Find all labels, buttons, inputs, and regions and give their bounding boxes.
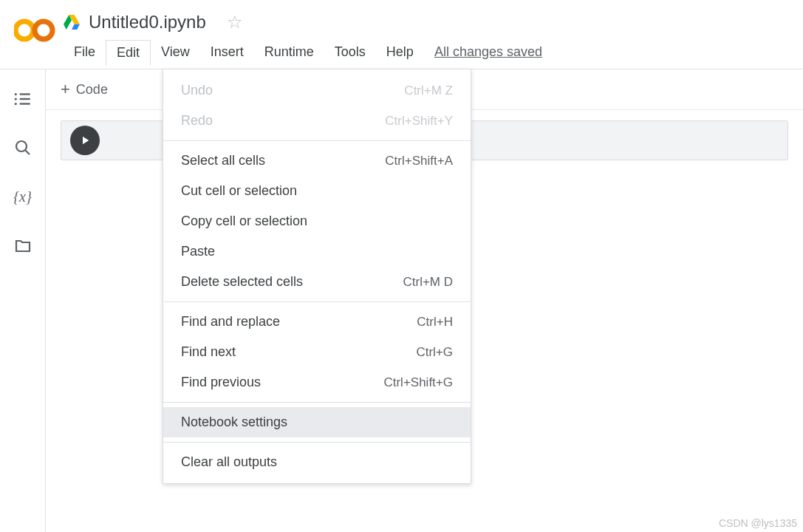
add-code-button[interactable]: + Code — [61, 80, 108, 99]
header: Untitled0.ipynb ☆ File Edit View Insert … — [0, 0, 803, 69]
files-icon[interactable] — [13, 235, 33, 256]
menu-clear-outputs[interactable]: Clear all outputs — [163, 447, 471, 477]
menu-view[interactable]: View — [151, 40, 200, 66]
menu-divider — [163, 402, 471, 403]
body: {x} + Code Undo Ctrl+M Z Redo — [0, 69, 803, 532]
svg-line-9 — [25, 150, 30, 154]
menu-divider — [163, 140, 471, 141]
menu-copy-cell[interactable]: Copy cell or selection — [163, 206, 471, 236]
menu-tools[interactable]: Tools — [324, 40, 376, 66]
menu-find-next[interactable]: Find next Ctrl+G — [163, 337, 471, 367]
menu-redo[interactable]: Redo Ctrl+Shift+Y — [163, 106, 471, 136]
menu-file[interactable]: File — [64, 40, 106, 66]
edit-menu-dropdown: Undo Ctrl+M Z Redo Ctrl+Shift+Y Select a… — [163, 69, 471, 484]
header-main: Untitled0.ipynb ☆ File Edit View Insert … — [64, 6, 803, 66]
save-status[interactable]: All changes saved — [424, 40, 553, 66]
menu-find-previous[interactable]: Find previous Ctrl+Shift+G — [163, 367, 471, 398]
menu-edit[interactable]: Edit — [106, 40, 151, 66]
main-column: + Code Undo Ctrl+M Z Redo Ctrl+Shift+Y S… — [46, 69, 803, 532]
svg-point-1 — [35, 21, 52, 39]
menu-redo-shortcut: Ctrl+Shift+Y — [385, 114, 453, 129]
add-code-label: Code — [76, 82, 108, 98]
toc-icon[interactable] — [13, 89, 33, 109]
menu-redo-label: Redo — [181, 113, 213, 129]
drive-icon — [64, 15, 80, 30]
menu-divider — [163, 442, 471, 443]
watermark: CSDN @lys1335 — [719, 517, 797, 529]
menu-divider — [163, 301, 471, 302]
variables-icon[interactable]: {x} — [13, 186, 33, 207]
menu-delete-cells[interactable]: Delete selected cells Ctrl+M D — [163, 267, 471, 297]
menu-notebook-settings[interactable]: Notebook settings — [163, 407, 471, 437]
svg-point-8 — [16, 141, 27, 151]
menu-undo[interactable]: Undo Ctrl+M Z — [163, 75, 471, 106]
doc-title[interactable]: Untitled0.ipynb — [89, 12, 206, 33]
menu-insert[interactable]: Insert — [200, 40, 254, 66]
menu-runtime[interactable]: Runtime — [254, 40, 324, 66]
star-icon[interactable]: ☆ — [227, 12, 243, 33]
sidebar: {x} — [0, 69, 46, 532]
colab-logo — [13, 16, 56, 44]
menubar: File Edit View Insert Runtime Tools Help… — [64, 35, 803, 66]
menu-cut-cell[interactable]: Cut cell or selection — [163, 176, 471, 206]
search-icon[interactable] — [13, 137, 33, 158]
menu-help[interactable]: Help — [376, 40, 424, 66]
svg-point-0 — [16, 21, 33, 39]
menu-paste[interactable]: Paste — [163, 236, 471, 267]
title-row: Untitled0.ipynb ☆ — [64, 6, 803, 35]
run-cell-button[interactable] — [70, 126, 100, 155]
menu-find-replace[interactable]: Find and replace Ctrl+H — [163, 307, 471, 337]
plus-icon: + — [61, 80, 70, 99]
menu-undo-shortcut: Ctrl+M Z — [404, 83, 453, 98]
menu-select-all-cells[interactable]: Select all cells Ctrl+Shift+A — [163, 146, 471, 176]
menu-undo-label: Undo — [181, 83, 213, 98]
